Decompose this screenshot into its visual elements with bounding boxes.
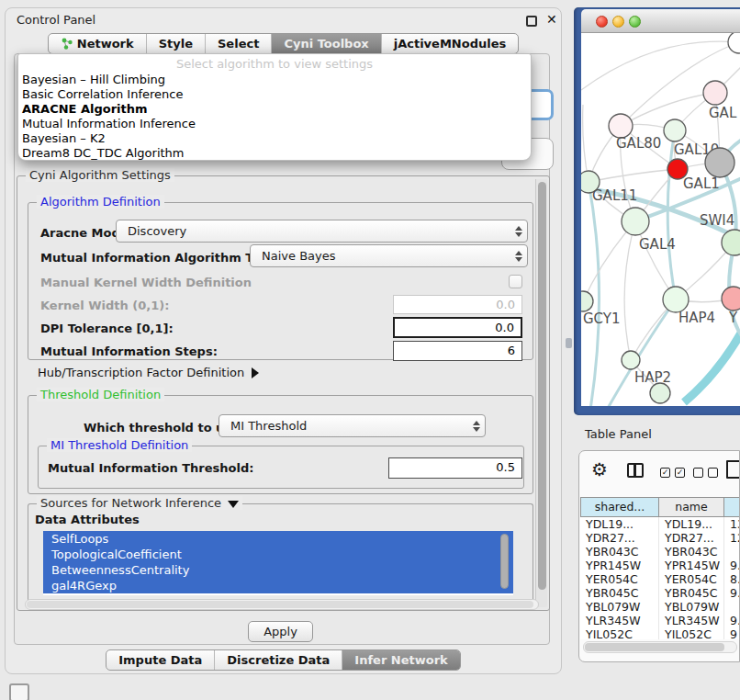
zoom-traffic-light[interactable]	[629, 16, 641, 28]
minimize-traffic-light[interactable]	[612, 16, 624, 28]
mi-threshold-field[interactable]: 0.5	[388, 457, 522, 479]
table-horizontal-scrollbar[interactable]	[583, 641, 737, 653]
table-row[interactable]: YBR043CYBR043C	[580, 545, 740, 559]
table-cell: YDR27...	[580, 531, 659, 545]
node-GAL[interactable]	[703, 81, 727, 105]
node-HAP4[interactable]	[663, 287, 689, 312]
table-row[interactable]: YDL19...YDL19...13	[580, 517, 740, 531]
network-icon	[61, 38, 73, 50]
tab-infer-network[interactable]: Infer Network	[342, 650, 459, 670]
float-panel-icon[interactable]	[526, 16, 537, 27]
node-Y[interactable]	[722, 287, 740, 310]
checked-checkbox-icon[interactable]: ✓	[660, 468, 670, 478]
algorithm-option[interactable]: ARACNE Algorithm	[22, 102, 527, 117]
hub-definition-toggle[interactable]: Hub/Transcription Factor Definition	[38, 366, 259, 379]
minimized-panel-icon[interactable]	[9, 683, 29, 700]
table-panel-titlebar: Table Panel	[574, 421, 740, 448]
column-header[interactable]: A	[724, 497, 740, 517]
table-cell: YIL052C	[659, 627, 724, 639]
attribute-item[interactable]: gal4RGexp	[43, 578, 513, 593]
table-panel-title: Table Panel	[585, 427, 652, 441]
node-HAP2[interactable]	[622, 351, 640, 369]
table-row[interactable]: YDR27...YDR27...12	[580, 531, 740, 545]
node-GAL4[interactable]	[622, 208, 649, 235]
node-GAL10[interactable]	[664, 119, 686, 141]
mi-steps-field[interactable]: 6	[393, 341, 522, 361]
node-label: GCY1	[583, 310, 621, 327]
table-cell: YDR27...	[659, 531, 724, 545]
attribute-item[interactable]: SelfLoops	[43, 531, 513, 547]
sources-group-title[interactable]: Sources for Network Inference	[37, 496, 242, 510]
hub-definition-label: Hub/Transcription Factor Definition	[38, 366, 244, 379]
node-label: HAP2	[634, 369, 671, 386]
expand-right-icon	[252, 367, 259, 378]
aracne-mode-select[interactable]: Discovery	[116, 220, 528, 243]
tab-jactivemnodules[interactable]: jActiveMNodules	[381, 34, 519, 53]
settings-vertical-scrollbar[interactable]	[535, 179, 547, 607]
columns-icon[interactable]	[627, 463, 644, 478]
tab-select[interactable]: Select	[205, 34, 271, 53]
apply-button[interactable]: Apply	[248, 621, 313, 642]
table-row[interactable]: YLR345WYLR345W9.	[580, 614, 740, 627]
kernel-width-field[interactable]: 0.0	[393, 295, 522, 314]
tab-impute-data[interactable]: Impute Data	[107, 650, 214, 670]
table-cell: YPR145W	[580, 559, 659, 572]
settings-horizontal-scrollbar[interactable]	[25, 599, 539, 610]
unchecked-checkbox-icon[interactable]	[708, 468, 718, 478]
table-cell: YDL19...	[659, 517, 724, 531]
manual-kernel-checkbox[interactable]	[509, 275, 522, 288]
dpi-tolerance-field[interactable]: 0.0	[393, 317, 522, 338]
which-threshold-select[interactable]: MI Threshold	[219, 414, 486, 437]
table-panel-window: ⚙ ✓ ✓ shared...nameA YDL19...YDL19...13Y…	[578, 450, 740, 662]
unchecked-checkbox-icon[interactable]	[693, 468, 703, 478]
table-cell: 9.	[724, 614, 740, 627]
data-attributes-label: Data Attributes	[35, 513, 140, 526]
table-cell: YLR345W	[580, 614, 659, 627]
algorithm-option[interactable]: Basic Correlation Inference	[22, 87, 527, 102]
table-row[interactable]: YBL079WYBL079W	[580, 600, 740, 614]
node-GCY1[interactable]	[581, 291, 593, 311]
network-node[interactable]	[728, 33, 740, 53]
algorithm-dropdown-popup: Select algorithm to view settings Bayesi…	[17, 53, 532, 161]
algorithm-definition-group: Algorithm Definition Aracne Mode: Discov…	[28, 202, 533, 360]
algorithm-dropdown-hint: Select algorithm to view settings	[18, 57, 531, 71]
network-window-titlebar[interactable]	[581, 9, 740, 33]
threshold-definition-title: Threshold Definition	[37, 388, 164, 401]
panel-splitter-handle[interactable]	[566, 338, 572, 348]
network-canvas[interactable]: GALGAL80GAL10GAL1GAL11SWI4GAL4GCY1HAP4YH…	[581, 33, 740, 406]
network-node[interactable]	[705, 148, 734, 177]
tab-discretize-data[interactable]: Discretize Data	[214, 650, 342, 670]
table-row[interactable]: YIL052CYIL052C9	[580, 627, 740, 639]
file-icon[interactable]	[726, 460, 740, 479]
network-edge	[589, 169, 678, 182]
attribute-item[interactable]: TopologicalCoefficient	[43, 547, 513, 562]
table-cell: YBR043C	[580, 545, 659, 559]
list-scrollbar-thumb[interactable]	[500, 534, 509, 589]
gear-icon[interactable]: ⚙	[591, 460, 608, 479]
table-row[interactable]: YBR045CYBR045C9.	[580, 586, 740, 600]
tab-cyni-toolbox[interactable]: Cyni Toolbox	[271, 34, 380, 53]
algorithm-option[interactable]: Bayesian – K2	[22, 131, 527, 146]
data-attributes-list[interactable]: SelfLoopsTopologicalCoefficientBetweenne…	[43, 531, 513, 595]
network-node[interactable]	[650, 383, 670, 403]
tab-label: Select	[218, 37, 259, 51]
column-header[interactable]: shared...	[580, 497, 659, 517]
mi-type-select[interactable]: Naive Bayes	[250, 244, 528, 267]
algorithm-option[interactable]: Dream8 DC_TDC Algorithm	[22, 146, 527, 161]
table-cell: YPR145W	[659, 559, 724, 572]
close-traffic-light[interactable]	[596, 16, 608, 28]
column-header[interactable]: name	[659, 497, 724, 517]
checked-checkbox-icon[interactable]: ✓	[675, 468, 685, 478]
attribute-item[interactable]: BetweennessCentrality	[43, 562, 513, 578]
which-threshold-value: MI Threshold	[230, 419, 307, 433]
algorithm-option[interactable]: Mutual Information Inference	[22, 117, 527, 131]
tab-network[interactable]: Network	[49, 34, 146, 53]
table-row[interactable]: YPR145WYPR145W9.	[580, 559, 740, 572]
algorithm-option[interactable]: Bayesian – Hill Climbing	[22, 73, 527, 87]
mi-steps-label: Mutual Information Steps:	[40, 344, 218, 358]
close-icon[interactable]: ✕	[546, 12, 557, 27]
table-cell: YIL052C	[580, 627, 659, 639]
table-row[interactable]: YER054CYER054C8.	[580, 572, 740, 586]
mi-threshold-group-title: MI Threshold Definition	[47, 438, 192, 452]
tab-style[interactable]: Style	[146, 34, 205, 53]
